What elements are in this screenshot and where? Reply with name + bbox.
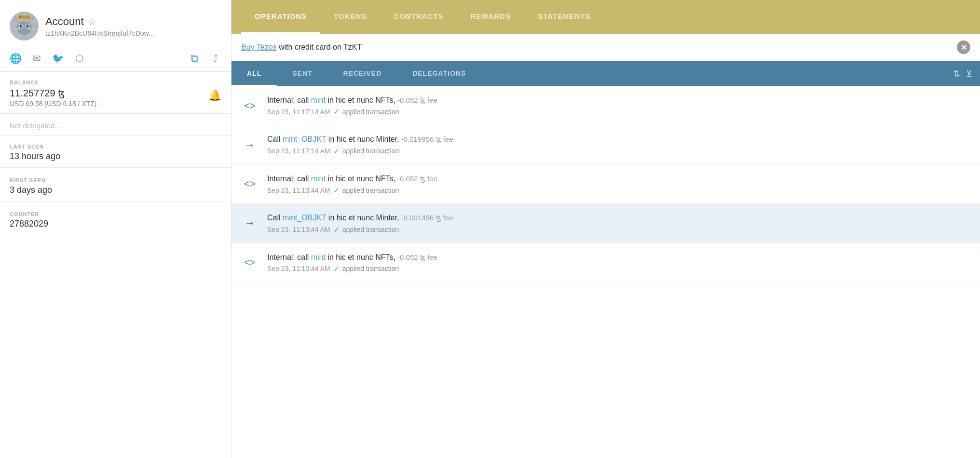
- tx-status-check-icon: ✓: [333, 147, 340, 156]
- svg-line-16: [28, 29, 34, 30]
- tx-content: Internal: call mint in hic et nunc NFTs,…: [267, 252, 970, 273]
- delegation-status: Not delegated...: [0, 116, 231, 136]
- first-seen-section: FIRST SEEN 3 days ago: [0, 170, 231, 199]
- tab-delegations[interactable]: DELEGATIONS: [397, 61, 481, 86]
- divider: [0, 113, 231, 114]
- tx-status-check-icon: ✓: [333, 186, 340, 195]
- nav-item-rewards[interactable]: REWARDS: [457, 0, 524, 34]
- tx-timestamp: Sep 23, 11:10:44 AM: [267, 265, 330, 272]
- avatar: [10, 12, 39, 40]
- sidebar: Account ☆ tz1hXKn2BcU64HxSrmojfuf7cDow..…: [0, 0, 231, 458]
- operations-tabs: ALL SENT RECEIVED DELEGATIONS ⇅ ⊻: [231, 61, 980, 86]
- balance-section: BALANCE 11.257729 ꜩ USD 69.58 (USD 6.18 …: [0, 72, 231, 111]
- bell-icon[interactable]: 🔔: [208, 89, 221, 102]
- last-seen-value: 13 hours ago: [10, 151, 221, 162]
- tx-method-link[interactable]: mint_OBJKT: [283, 135, 326, 143]
- filter-icon[interactable]: ⊻: [966, 68, 972, 79]
- table-row[interactable]: <> Internal: call mint in hic et nunc NF…: [231, 243, 980, 283]
- account-header: Account ☆ tz1hXKn2BcU64HxSrmojfuf7cDow..…: [0, 0, 231, 48]
- tx-meta: Sep 23, 11:17:14 AM ✓ applied transactio…: [267, 147, 970, 156]
- account-info: Account ☆ tz1hXKn2BcU64HxSrmojfuf7cDow..…: [45, 15, 221, 37]
- divider-3: [0, 201, 231, 202]
- share-icon[interactable]: ⤴: [210, 53, 221, 64]
- tx-timestamp: Sep 23, 11:13:44 AM: [267, 187, 330, 194]
- tx-method-link[interactable]: mint_OBJKT: [283, 214, 326, 222]
- svg-point-8: [20, 25, 22, 28]
- nav-item-tokens[interactable]: TOKENS: [320, 0, 380, 34]
- tx-status-text: applied transaction: [342, 147, 399, 155]
- tx-status-check-icon: ✓: [333, 264, 340, 273]
- tx-timestamp: Sep 23, 11:17:14 AM: [267, 108, 330, 116]
- tx-title: Internal: call mint in hic et nunc NFTs,…: [267, 174, 970, 184]
- tx-content: Internal: call mint in hic et nunc NFTs,…: [267, 95, 970, 116]
- last-seen-label: LAST SEEN: [10, 144, 221, 149]
- table-row[interactable]: → Call mint_OBJKT in hic et nunc Minter,…: [231, 204, 980, 243]
- tx-title: Internal: call mint in hic et nunc NFTs,…: [267, 95, 970, 106]
- tx-status-text: applied transaction: [342, 187, 399, 194]
- divider-2: [0, 167, 231, 168]
- tx-call-icon: →: [241, 136, 259, 154]
- twitter-icon[interactable]: 🐦: [52, 53, 64, 64]
- email-icon[interactable]: ✉: [31, 53, 42, 64]
- svg-rect-18: [16, 18, 32, 19]
- tx-internal-icon: <>: [241, 97, 259, 114]
- balance-amount: 11.257729: [10, 88, 55, 98]
- tx-content: Call mint_OBJKT in hic et nunc Minter, -…: [267, 213, 970, 234]
- tx-status-check-icon: ✓: [333, 225, 340, 234]
- table-row[interactable]: → Call mint_OBJKT in hic et nunc Minter,…: [231, 125, 980, 164]
- svg-point-11: [27, 25, 27, 26]
- promo-close-button[interactable]: ✕: [957, 40, 970, 54]
- table-row[interactable]: <> Internal: call mint in hic et nunc NF…: [231, 86, 980, 125]
- tx-status-check-icon: ✓: [333, 107, 340, 116]
- copy-icon[interactable]: ⧉: [189, 52, 200, 65]
- tx-method-link[interactable]: mint: [311, 96, 326, 104]
- tx-meta: Sep 23, 11:17:14 AM ✓ applied transactio…: [267, 107, 970, 116]
- svg-point-19: [19, 16, 21, 18]
- tab-sent[interactable]: SENT: [277, 61, 327, 86]
- account-name-label: Account: [45, 15, 84, 28]
- svg-point-20: [23, 16, 25, 18]
- svg-point-10: [20, 25, 21, 26]
- balance-value: 11.257729 ꜩ: [10, 87, 97, 99]
- tx-call-icon: →: [241, 215, 259, 232]
- promo-text: Buy Tezos with credit card on TzKT: [241, 43, 362, 52]
- operations-container: ALL SENT RECEIVED DELEGATIONS ⇅ ⊻ <> Int…: [231, 61, 980, 458]
- tx-title: Internal: call mint in hic et nunc NFTs,…: [267, 252, 970, 263]
- sort-icon[interactable]: ⇅: [953, 68, 960, 79]
- tx-title: Call mint_OBJKT in hic et nunc Minter, -…: [267, 213, 970, 223]
- last-seen-section: LAST SEEN 13 hours ago: [0, 136, 231, 165]
- balance-header: 11.257729 ꜩ USD 69.58 (USD 6.18 / XTZ) 🔔: [10, 87, 221, 108]
- favorite-star-icon[interactable]: ☆: [88, 16, 96, 27]
- tx-status-text: applied transaction: [342, 226, 399, 233]
- account-title: Account ☆: [45, 15, 221, 28]
- tx-content: Call mint_OBJKT in hic et nunc Minter, -…: [267, 134, 970, 155]
- counter-value: 27882029: [10, 219, 221, 229]
- tx-timestamp: Sep 23, 11:13:44 AM: [267, 226, 330, 233]
- svg-point-9: [27, 25, 29, 28]
- tx-content: Internal: call mint in hic et nunc NFTs,…: [267, 174, 970, 195]
- social-icons-bar: 🌐 ✉ 🐦 ⬡ ⧉ ⤴: [0, 48, 231, 72]
- svg-point-12: [23, 28, 25, 30]
- nav-item-operations[interactable]: OPERATIONS: [241, 0, 320, 34]
- account-address: tz1hXKn2BcU64HxSrmojfuf7cDow...: [45, 29, 221, 37]
- tx-method-link[interactable]: mint: [311, 253, 326, 261]
- tez-symbol: ꜩ: [58, 88, 65, 98]
- website-icon[interactable]: 🌐: [10, 53, 21, 64]
- promo-rest-text: with credit card on TzKT: [277, 43, 362, 51]
- counter-label: COUNTER: [10, 211, 221, 217]
- tx-status-text: applied transaction: [342, 265, 399, 272]
- github-icon[interactable]: ⬡: [73, 53, 85, 64]
- promo-link[interactable]: Buy Tezos: [241, 43, 277, 51]
- tx-meta: Sep 23, 11:10:44 AM ✓ applied transactio…: [267, 264, 970, 273]
- transaction-list: <> Internal: call mint in hic et nunc NF…: [231, 86, 980, 458]
- first-seen-value: 3 days ago: [10, 185, 221, 195]
- tab-all[interactable]: ALL: [231, 61, 277, 86]
- nav-item-statements[interactable]: STATEMENTS: [524, 0, 604, 34]
- balance-label: BALANCE: [10, 80, 221, 85]
- table-row[interactable]: <> Internal: call mint in hic et nunc NF…: [231, 165, 980, 204]
- tx-method-link[interactable]: mint: [311, 175, 326, 183]
- svg-point-21: [27, 16, 29, 18]
- balance-usd: USD 69.58 (USD 6.18 / XTZ): [10, 100, 97, 108]
- nav-item-contracts[interactable]: CONTRACTS: [380, 0, 457, 34]
- tab-received[interactable]: RECEIVED: [328, 61, 397, 86]
